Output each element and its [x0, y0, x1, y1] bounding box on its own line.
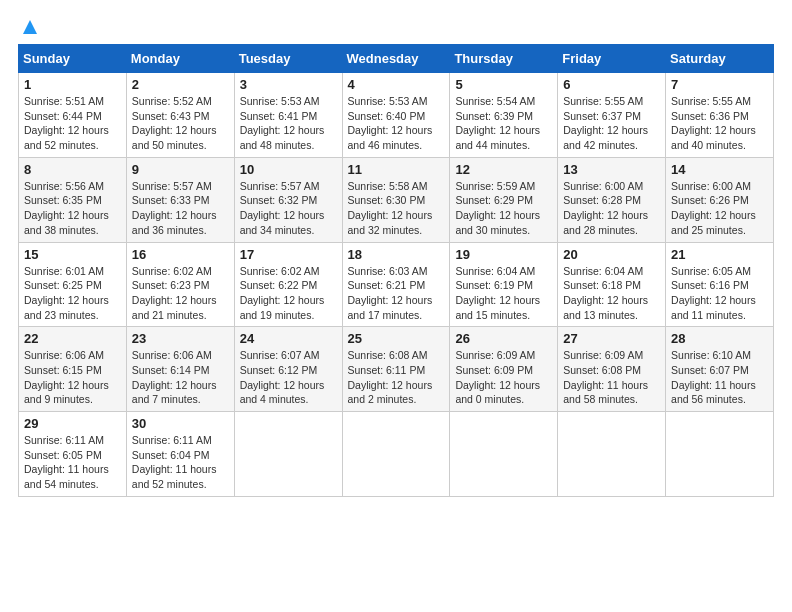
calendar-day-cell: 25Sunrise: 6:08 AMSunset: 6:11 PMDayligh… [342, 327, 450, 412]
calendar-day-cell: 10Sunrise: 5:57 AMSunset: 6:32 PMDayligh… [234, 157, 342, 242]
day-number: 10 [240, 162, 337, 177]
day-number: 13 [563, 162, 660, 177]
day-info: Sunrise: 6:11 AMSunset: 6:05 PMDaylight:… [24, 434, 109, 490]
calendar-day-cell: 29Sunrise: 6:11 AMSunset: 6:05 PMDayligh… [19, 412, 127, 497]
calendar-day-cell: 5Sunrise: 5:54 AMSunset: 6:39 PMDaylight… [450, 73, 558, 158]
day-number: 2 [132, 77, 229, 92]
calendar-week-row: 15Sunrise: 6:01 AMSunset: 6:25 PMDayligh… [19, 242, 774, 327]
calendar-day-cell: 9Sunrise: 5:57 AMSunset: 6:33 PMDaylight… [126, 157, 234, 242]
day-info: Sunrise: 5:53 AMSunset: 6:41 PMDaylight:… [240, 95, 325, 151]
day-info: Sunrise: 6:02 AMSunset: 6:23 PMDaylight:… [132, 265, 217, 321]
calendar-week-row: 8Sunrise: 5:56 AMSunset: 6:35 PMDaylight… [19, 157, 774, 242]
calendar-day-cell: 19Sunrise: 6:04 AMSunset: 6:19 PMDayligh… [450, 242, 558, 327]
day-info: Sunrise: 6:06 AMSunset: 6:15 PMDaylight:… [24, 349, 109, 405]
weekday-header-cell: Saturday [666, 45, 774, 73]
day-info: Sunrise: 5:54 AMSunset: 6:39 PMDaylight:… [455, 95, 540, 151]
day-number: 20 [563, 247, 660, 262]
calendar-week-row: 22Sunrise: 6:06 AMSunset: 6:15 PMDayligh… [19, 327, 774, 412]
calendar-day-cell: 18Sunrise: 6:03 AMSunset: 6:21 PMDayligh… [342, 242, 450, 327]
day-info: Sunrise: 5:53 AMSunset: 6:40 PMDaylight:… [348, 95, 433, 151]
day-number: 15 [24, 247, 121, 262]
day-info: Sunrise: 6:05 AMSunset: 6:16 PMDaylight:… [671, 265, 756, 321]
day-info: Sunrise: 6:04 AMSunset: 6:19 PMDaylight:… [455, 265, 540, 321]
svg-marker-0 [23, 20, 37, 34]
day-number: 3 [240, 77, 337, 92]
weekday-header-row: SundayMondayTuesdayWednesdayThursdayFrid… [19, 45, 774, 73]
day-number: 26 [455, 331, 552, 346]
day-number: 22 [24, 331, 121, 346]
calendar-day-cell: 20Sunrise: 6:04 AMSunset: 6:18 PMDayligh… [558, 242, 666, 327]
day-info: Sunrise: 5:52 AMSunset: 6:43 PMDaylight:… [132, 95, 217, 151]
calendar-week-row: 1Sunrise: 5:51 AMSunset: 6:44 PMDaylight… [19, 73, 774, 158]
header [18, 18, 774, 34]
day-number: 30 [132, 416, 229, 431]
day-number: 29 [24, 416, 121, 431]
day-info: Sunrise: 5:57 AMSunset: 6:33 PMDaylight:… [132, 180, 217, 236]
day-info: Sunrise: 5:55 AMSunset: 6:37 PMDaylight:… [563, 95, 648, 151]
weekday-header-cell: Thursday [450, 45, 558, 73]
calendar-day-cell: 16Sunrise: 6:02 AMSunset: 6:23 PMDayligh… [126, 242, 234, 327]
calendar-day-cell: 8Sunrise: 5:56 AMSunset: 6:35 PMDaylight… [19, 157, 127, 242]
day-info: Sunrise: 6:08 AMSunset: 6:11 PMDaylight:… [348, 349, 433, 405]
logo-text [18, 18, 41, 34]
day-number: 17 [240, 247, 337, 262]
day-number: 12 [455, 162, 552, 177]
calendar-day-cell [666, 412, 774, 497]
calendar-day-cell [234, 412, 342, 497]
day-number: 11 [348, 162, 445, 177]
calendar-day-cell: 23Sunrise: 6:06 AMSunset: 6:14 PMDayligh… [126, 327, 234, 412]
day-info: Sunrise: 6:07 AMSunset: 6:12 PMDaylight:… [240, 349, 325, 405]
day-info: Sunrise: 5:57 AMSunset: 6:32 PMDaylight:… [240, 180, 325, 236]
day-info: Sunrise: 5:55 AMSunset: 6:36 PMDaylight:… [671, 95, 756, 151]
calendar-day-cell: 22Sunrise: 6:06 AMSunset: 6:15 PMDayligh… [19, 327, 127, 412]
day-number: 16 [132, 247, 229, 262]
calendar-day-cell: 28Sunrise: 6:10 AMSunset: 6:07 PMDayligh… [666, 327, 774, 412]
weekday-header-cell: Sunday [19, 45, 127, 73]
day-number: 9 [132, 162, 229, 177]
day-number: 7 [671, 77, 768, 92]
weekday-header-cell: Tuesday [234, 45, 342, 73]
calendar-table: SundayMondayTuesdayWednesdayThursdayFrid… [18, 44, 774, 497]
calendar-day-cell: 3Sunrise: 5:53 AMSunset: 6:41 PMDaylight… [234, 73, 342, 158]
calendar-day-cell: 15Sunrise: 6:01 AMSunset: 6:25 PMDayligh… [19, 242, 127, 327]
day-number: 28 [671, 331, 768, 346]
calendar-day-cell [342, 412, 450, 497]
logo-icon [19, 16, 41, 38]
calendar-day-cell: 6Sunrise: 5:55 AMSunset: 6:37 PMDaylight… [558, 73, 666, 158]
day-number: 19 [455, 247, 552, 262]
calendar-day-cell: 27Sunrise: 6:09 AMSunset: 6:08 PMDayligh… [558, 327, 666, 412]
day-info: Sunrise: 6:03 AMSunset: 6:21 PMDaylight:… [348, 265, 433, 321]
day-number: 21 [671, 247, 768, 262]
calendar-day-cell: 4Sunrise: 5:53 AMSunset: 6:40 PMDaylight… [342, 73, 450, 158]
calendar-day-cell: 7Sunrise: 5:55 AMSunset: 6:36 PMDaylight… [666, 73, 774, 158]
calendar-day-cell: 30Sunrise: 6:11 AMSunset: 6:04 PMDayligh… [126, 412, 234, 497]
logo [18, 18, 41, 34]
day-info: Sunrise: 6:10 AMSunset: 6:07 PMDaylight:… [671, 349, 756, 405]
calendar-day-cell: 1Sunrise: 5:51 AMSunset: 6:44 PMDaylight… [19, 73, 127, 158]
day-number: 23 [132, 331, 229, 346]
day-number: 1 [24, 77, 121, 92]
calendar-day-cell: 2Sunrise: 5:52 AMSunset: 6:43 PMDaylight… [126, 73, 234, 158]
day-number: 14 [671, 162, 768, 177]
weekday-header-cell: Wednesday [342, 45, 450, 73]
day-info: Sunrise: 6:00 AMSunset: 6:28 PMDaylight:… [563, 180, 648, 236]
day-number: 4 [348, 77, 445, 92]
calendar-day-cell: 14Sunrise: 6:00 AMSunset: 6:26 PMDayligh… [666, 157, 774, 242]
day-info: Sunrise: 5:56 AMSunset: 6:35 PMDaylight:… [24, 180, 109, 236]
day-info: Sunrise: 6:00 AMSunset: 6:26 PMDaylight:… [671, 180, 756, 236]
day-info: Sunrise: 5:58 AMSunset: 6:30 PMDaylight:… [348, 180, 433, 236]
day-number: 8 [24, 162, 121, 177]
day-info: Sunrise: 6:09 AMSunset: 6:08 PMDaylight:… [563, 349, 648, 405]
day-info: Sunrise: 6:09 AMSunset: 6:09 PMDaylight:… [455, 349, 540, 405]
calendar-day-cell: 17Sunrise: 6:02 AMSunset: 6:22 PMDayligh… [234, 242, 342, 327]
day-info: Sunrise: 6:11 AMSunset: 6:04 PMDaylight:… [132, 434, 217, 490]
day-number: 5 [455, 77, 552, 92]
day-number: 25 [348, 331, 445, 346]
weekday-header-cell: Monday [126, 45, 234, 73]
calendar-body: 1Sunrise: 5:51 AMSunset: 6:44 PMDaylight… [19, 73, 774, 497]
day-number: 6 [563, 77, 660, 92]
day-info: Sunrise: 6:01 AMSunset: 6:25 PMDaylight:… [24, 265, 109, 321]
calendar-day-cell [558, 412, 666, 497]
calendar-day-cell: 13Sunrise: 6:00 AMSunset: 6:28 PMDayligh… [558, 157, 666, 242]
day-info: Sunrise: 6:02 AMSunset: 6:22 PMDaylight:… [240, 265, 325, 321]
